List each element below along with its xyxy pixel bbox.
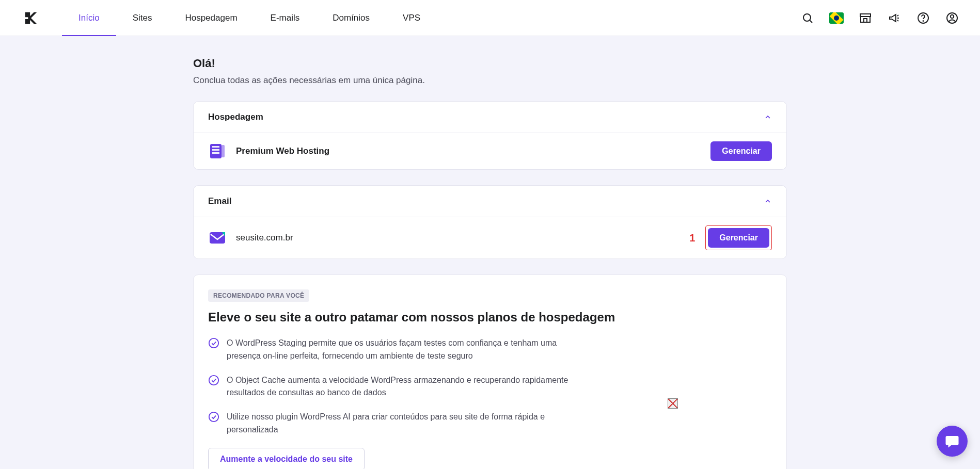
svg-point-5 [951, 14, 954, 18]
hosting-item-label: Premium Web Hosting [236, 146, 329, 156]
annotation-highlight: Gerenciar [705, 225, 772, 250]
marketplace-icon[interactable] [858, 11, 873, 25]
main-content: Olá! Conclua todas as ações necessárias … [193, 36, 787, 469]
svg-line-1 [810, 20, 813, 23]
svg-point-3 [923, 21, 924, 21]
feature-item: O WordPress Staging permite que os usuár… [208, 337, 570, 363]
email-manage-button[interactable]: Gerenciar [708, 228, 769, 248]
language-flag-icon[interactable] [829, 11, 844, 25]
svg-rect-8 [212, 149, 219, 151]
broken-image-icon [668, 398, 678, 409]
email-item-row: seusite.com.br 1 Gerenciar [194, 217, 786, 258]
greeting-subtitle: Conclua todas as ações necessárias em um… [193, 75, 787, 86]
greeting-title: Olá! [193, 57, 787, 70]
main-nav: Início Sites Hospedagem E-mails Domínios… [62, 0, 437, 36]
svg-point-12 [209, 338, 218, 348]
email-card-header[interactable]: Email [194, 186, 786, 217]
nav-item-hospedagem[interactable]: Hospedagem [168, 0, 254, 36]
hosting-manage-button[interactable]: Gerenciar [710, 141, 772, 161]
logo[interactable] [0, 10, 62, 26]
svg-point-13 [209, 375, 218, 384]
top-header: Início Sites Hospedagem E-mails Domínios… [0, 0, 980, 36]
hosting-card: Hospedagem Premium Web Hosting Ger [193, 101, 787, 170]
chat-icon [944, 433, 960, 449]
nav-item-vps[interactable]: VPS [386, 0, 437, 36]
hosting-card-header[interactable]: Hospedagem [194, 102, 786, 133]
nav-item-dominios[interactable]: Domínios [316, 0, 386, 36]
feature-text: O WordPress Staging permite que os usuár… [227, 337, 570, 363]
check-circle-icon [208, 375, 219, 386]
recommendation-cta-button[interactable]: Aumente a velocidade do seu site [208, 448, 365, 469]
feature-item: O Object Cache aumenta a velocidade Word… [208, 374, 570, 400]
email-item-label: seusite.com.br [236, 233, 293, 243]
chevron-up-icon [764, 113, 772, 121]
help-icon[interactable] [916, 11, 930, 25]
feature-text: Utilize nosso plugin WordPress AI para c… [227, 411, 570, 436]
search-icon[interactable] [800, 11, 815, 25]
svg-rect-9 [212, 152, 219, 154]
hosting-item-row: Premium Web Hosting Gerenciar [194, 133, 786, 169]
email-icon [208, 229, 227, 247]
recommendation-image-area [590, 337, 755, 469]
nav-item-inicio[interactable]: Início [62, 0, 116, 36]
recommendation-card: RECOMENDADO PARA VOCÊ Eleve o seu site a… [193, 274, 787, 469]
email-section-title: Email [208, 196, 231, 206]
recommendation-title: Eleve o seu site a outro patamar com nos… [208, 310, 772, 325]
email-card: Email seusite.com.br 1 Gerenciar [193, 185, 787, 259]
annotation-number: 1 [689, 232, 695, 244]
nav-item-emails[interactable]: E-mails [254, 0, 317, 36]
chat-launcher-button[interactable] [937, 426, 968, 457]
account-icon[interactable] [945, 11, 959, 25]
svg-point-14 [209, 412, 218, 422]
chevron-up-icon [764, 197, 772, 205]
check-circle-icon [208, 411, 219, 423]
hosting-section-title: Hospedagem [208, 112, 263, 122]
header-right [800, 11, 980, 25]
feature-text: O Object Cache aumenta a velocidade Word… [227, 374, 570, 400]
svg-rect-10 [222, 145, 225, 157]
svg-rect-11 [210, 232, 225, 244]
svg-point-0 [803, 14, 811, 21]
svg-rect-7 [212, 146, 219, 148]
feature-item: Utilize nosso plugin WordPress AI para c… [208, 411, 570, 436]
check-circle-icon [208, 337, 219, 349]
nav-item-sites[interactable]: Sites [116, 0, 169, 36]
hosting-icon [208, 142, 227, 160]
recommendation-badge: RECOMENDADO PARA VOCÊ [208, 289, 309, 302]
announcements-icon[interactable] [887, 11, 902, 25]
logo-icon [23, 10, 39, 26]
